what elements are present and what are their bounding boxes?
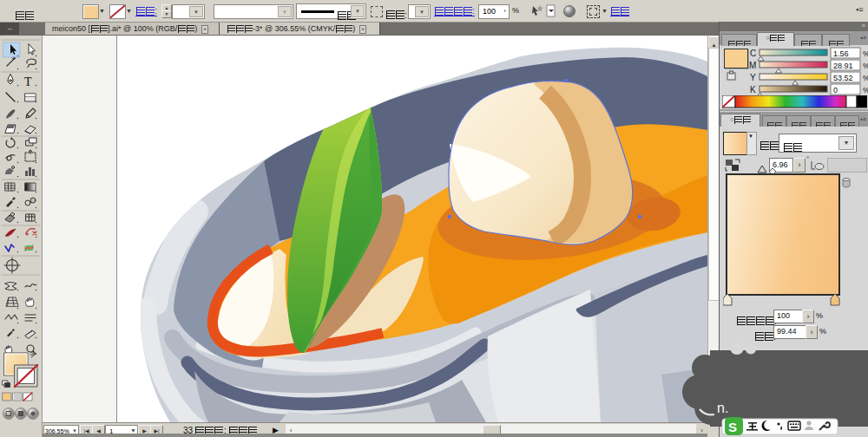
svg-text:T: T	[24, 75, 32, 88]
svg-text:M: M	[749, 61, 756, 70]
svg-text:53.52: 53.52	[833, 74, 853, 82]
svg-text:Y: Y	[750, 73, 756, 82]
svg-text:0: 0	[833, 86, 838, 95]
svg-text:28.91: 28.91	[833, 62, 853, 70]
svg-text:%: %	[863, 49, 868, 58]
svg-text:%: %	[863, 62, 868, 70]
svg-text:%: %	[863, 86, 868, 95]
svg-text:C: C	[750, 49, 756, 58]
svg-text:K: K	[750, 85, 756, 95]
svg-text:%: %	[863, 74, 868, 82]
svg-text:1.56: 1.56	[833, 49, 849, 58]
